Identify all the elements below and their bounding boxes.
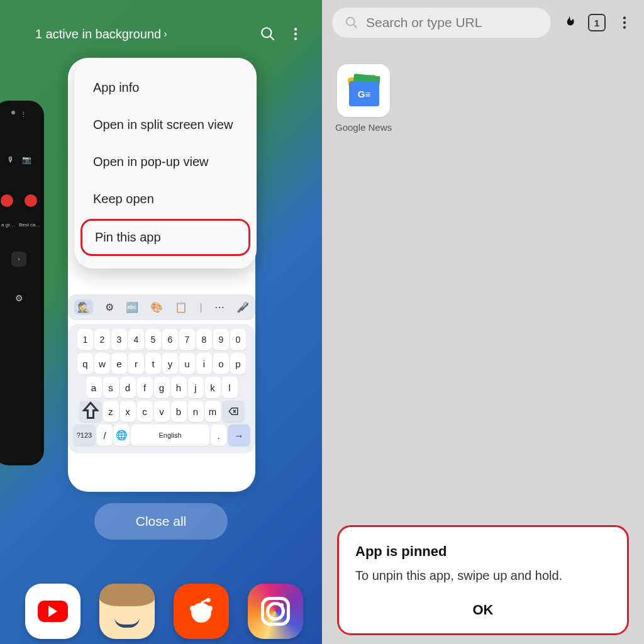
symbols-key[interactable]: ?123: [73, 425, 96, 446]
svg-line-1: [270, 36, 274, 40]
active-background-label: 1 active in background: [35, 27, 161, 42]
pin-toast: App is pinned To unpin this app, swipe u…: [337, 525, 629, 635]
svg-point-7: [191, 603, 211, 623]
key[interactable]: k: [205, 377, 221, 398]
slash-key[interactable]: /: [97, 425, 113, 446]
key[interactable]: 9: [213, 329, 229, 350]
key[interactable]: u: [179, 353, 195, 374]
key[interactable]: 5: [145, 329, 161, 350]
youtube-app-icon[interactable]: [25, 584, 80, 639]
key[interactable]: a: [86, 377, 102, 398]
toast-body: To unpin this app, swipe up and hold.: [355, 569, 611, 583]
svg-point-4: [294, 37, 297, 40]
svg-point-3: [294, 33, 297, 35]
enter-key[interactable]: →: [228, 425, 250, 446]
key[interactable]: s: [103, 377, 119, 398]
key[interactable]: b: [171, 401, 187, 422]
key[interactable]: g: [154, 377, 170, 398]
keyboard-row-q: q w e r t y u i o p: [73, 353, 250, 374]
browser-screen: Search or type URL 1 G≡ Google News App …: [322, 0, 644, 644]
svg-point-0: [262, 28, 271, 37]
instagram-app-icon[interactable]: [248, 584, 303, 639]
menu-item-app-info[interactable]: App info: [74, 69, 257, 106]
key[interactable]: 6: [162, 329, 178, 350]
recents-screen: 1 active in background › ⋮ 🎙📷 g a gr… Be…: [0, 0, 322, 644]
url-searchbar[interactable]: Search or type URL: [332, 8, 551, 38]
prev-card-labels: g a gr… Best ca…: [0, 222, 41, 228]
keyboard-toolbar: 🕵️ ⚙ 🔤 🎨 📋 | ⋯ 🎤̸: [68, 294, 255, 320]
url-placeholder: Search or type URL: [366, 15, 482, 30]
globe-key[interactable]: 🌐: [114, 425, 130, 446]
key[interactable]: c: [137, 401, 153, 422]
key[interactable]: q: [77, 353, 93, 374]
tabs-button[interactable]: 1: [587, 14, 606, 31]
backspace-key[interactable]: [222, 401, 245, 422]
mic-off-icon[interactable]: 🎤̸: [236, 301, 249, 313]
more-vert-icon[interactable]: [287, 25, 304, 43]
prev-card-topbar: ⋮: [11, 111, 27, 119]
toast-ok-button[interactable]: OK: [355, 597, 611, 623]
active-background-link[interactable]: 1 active in background ›: [35, 27, 249, 42]
shift-key[interactable]: [79, 401, 102, 422]
chevron-right-icon: ›: [11, 252, 26, 267]
menu-item-pin-app[interactable]: Pin this app: [80, 219, 250, 256]
key[interactable]: e: [111, 353, 127, 374]
key[interactable]: 2: [94, 329, 110, 350]
more-vert-icon[interactable]: [615, 14, 634, 31]
search-icon: [345, 16, 358, 30]
shortcut-label: Google News: [335, 122, 392, 133]
key[interactable]: z: [103, 401, 119, 422]
browser-toolbar: Search or type URL 1: [322, 0, 644, 45]
translate-icon[interactable]: 🔤: [126, 301, 138, 313]
record-dots: [1, 194, 37, 207]
key[interactable]: 7: [179, 329, 195, 350]
key[interactable]: 8: [196, 329, 212, 350]
close-all-button[interactable]: Close all: [94, 503, 228, 540]
key[interactable]: n: [188, 401, 204, 422]
gear-icon[interactable]: ⚙: [105, 301, 114, 313]
menu-item-split-screen[interactable]: Open in split screen view: [74, 106, 257, 143]
svg-point-9: [207, 606, 213, 611]
key[interactable]: 3: [111, 329, 127, 350]
key[interactable]: t: [145, 353, 161, 374]
fire-icon[interactable]: [560, 14, 579, 31]
keyboard-row-numbers: 1 2 3 4 5 6 7 8 9 0: [73, 329, 250, 350]
svg-point-15: [623, 26, 626, 28]
clipboard-icon[interactable]: 📋: [175, 301, 187, 313]
key[interactable]: 0: [230, 329, 246, 350]
key[interactable]: h: [171, 377, 187, 398]
key[interactable]: l: [222, 377, 238, 398]
amazon-app-icon[interactable]: [99, 584, 155, 639]
svg-point-11: [347, 18, 355, 26]
reddit-app-icon[interactable]: [174, 584, 229, 639]
previous-app-card[interactable]: ⋮ 🎙📷 g a gr… Best ca… › ⚙: [0, 101, 44, 465]
key[interactable]: 4: [128, 329, 144, 350]
menu-item-keep-open[interactable]: Keep open: [74, 180, 257, 218]
period-key[interactable]: .: [211, 425, 226, 446]
key[interactable]: m: [205, 401, 221, 422]
key[interactable]: d: [120, 377, 136, 398]
key[interactable]: p: [230, 353, 246, 374]
key[interactable]: y: [162, 353, 178, 374]
incognito-icon[interactable]: 🕵️: [74, 299, 93, 315]
key[interactable]: f: [137, 377, 153, 398]
key[interactable]: 1: [77, 329, 93, 350]
key[interactable]: w: [94, 353, 110, 374]
key[interactable]: r: [128, 353, 144, 374]
space-key[interactable]: English: [131, 425, 209, 446]
keyboard-row-z: z x c v b n m: [73, 401, 250, 422]
key[interactable]: i: [196, 353, 212, 374]
more-horiz-icon[interactable]: ⋯: [214, 301, 225, 313]
key[interactable]: j: [188, 377, 204, 398]
keyboard: 🕵️ ⚙ 🔤 🎨 📋 | ⋯ 🎤̸ 1 2 3 4 5 6 7 8 9 0: [68, 294, 255, 453]
key[interactable]: x: [120, 401, 136, 422]
svg-point-8: [190, 606, 196, 611]
svg-line-12: [353, 25, 357, 28]
search-icon[interactable]: [259, 25, 277, 43]
palette-icon[interactable]: 🎨: [150, 301, 163, 313]
svg-point-2: [294, 28, 297, 30]
menu-item-popup-view[interactable]: Open in pop-up view: [74, 143, 257, 180]
key[interactable]: o: [213, 353, 229, 374]
key[interactable]: v: [154, 401, 170, 422]
shortcut-google-news[interactable]: G≡ Google News: [335, 64, 392, 133]
